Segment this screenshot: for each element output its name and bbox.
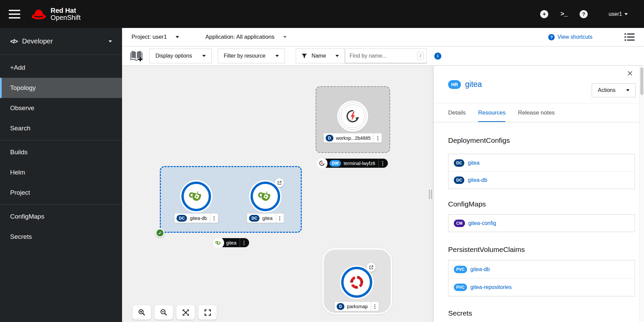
pvc-badge: PVC (454, 266, 467, 273)
actions-label: Actions (598, 87, 615, 93)
perspective-label: Developer (22, 37, 104, 45)
terminal-app-label[interactable]: DW terminal-lwyfz6 (317, 159, 388, 168)
resource-list-item[interactable]: DC gitea-db (448, 171, 635, 189)
resource-list-item[interactable]: CM gitea-config (448, 215, 635, 232)
resource-link[interactable]: gitea-db (470, 266, 490, 272)
open-url-decorator[interactable] (367, 263, 376, 272)
workspace-node-label[interactable]: D worksp...2b4885 (323, 133, 382, 143)
nav-toggle-button[interactable] (9, 10, 20, 19)
sidebar: </> Developer +Add Topology Observe Sear… (0, 28, 122, 322)
kebab-menu-icon[interactable] (240, 238, 248, 247)
openshift-logo-icon (349, 274, 365, 290)
actions-dropdown[interactable]: Actions (592, 83, 636, 97)
tab-details[interactable]: Details (448, 103, 466, 122)
fullscreen-button[interactable] (198, 305, 217, 320)
user-name: user1 (609, 11, 622, 17)
gitea-icon (188, 189, 204, 204)
find-by-name-wrapper: / (345, 49, 427, 63)
kebab-menu-icon[interactable] (275, 214, 284, 223)
chevron-down-icon (109, 40, 112, 42)
sidebar-item-configmaps[interactable]: ConfigMaps (0, 206, 122, 227)
topology-canvas[interactable]: D worksp...2b4885 DW terminal-lwyfz6 (122, 66, 433, 322)
sidebar-item-helm[interactable]: Helm (0, 162, 122, 183)
zoom-in-button[interactable] (133, 305, 151, 320)
project-dropdown[interactable]: Project: user1 (131, 34, 179, 40)
panel-title[interactable]: gitea (465, 80, 482, 89)
resource-link[interactable]: gitea-repositories (470, 284, 512, 290)
gitea-db-node-label[interactable]: DC gitea-db (174, 213, 218, 223)
quick-search-button[interactable] (130, 51, 143, 61)
resource-list-item[interactable]: PVC gitea-db (448, 260, 635, 278)
topology-controls (133, 305, 217, 320)
dc-badge: DC (454, 159, 464, 167)
fit-to-screen-button[interactable] (176, 305, 195, 320)
section-heading-pvcs: PersistentVolumeClaims (448, 246, 525, 254)
resource-kind-badge: D (326, 135, 333, 141)
chevron-down-icon (624, 13, 628, 15)
kebab-menu-icon[interactable] (374, 133, 382, 142)
filter-by-resource-dropdown[interactable]: Filter by resource (218, 49, 285, 63)
open-url-decorator[interactable] (275, 178, 284, 187)
sidebar-item-observe[interactable]: Observe (0, 98, 122, 118)
kebab-menu-icon[interactable] (379, 159, 387, 168)
resource-link[interactable]: gitea-config (468, 220, 496, 226)
parksmap-node[interactable] (341, 267, 372, 298)
check-circle-icon: ✓ (156, 229, 164, 236)
gitea-node-label[interactable]: DC gitea (247, 213, 284, 223)
project-dropdown-label: Project: user1 (131, 34, 167, 40)
tab-resources[interactable]: Resources (478, 103, 505, 122)
success-status-decorator[interactable]: ✓ (155, 228, 165, 237)
user-menu[interactable]: user1 (609, 11, 628, 17)
section-heading-secrets: Secrets (448, 309, 472, 317)
info-icon[interactable]: i (434, 53, 441, 60)
help-button[interactable]: ? (580, 10, 588, 18)
display-options-dropdown[interactable]: Display options (149, 49, 212, 63)
display-options-label: Display options (155, 53, 192, 59)
panel-resize-handle[interactable] (429, 190, 432, 199)
sidebar-divider (0, 140, 122, 140)
sidebar-item-secrets[interactable]: Secrets (0, 227, 122, 247)
resource-link[interactable]: gitea-db (468, 177, 487, 183)
filter-funnel-icon (302, 54, 307, 58)
tabs-divider (434, 122, 644, 122)
sidebar-item-builds[interactable]: Builds (0, 142, 122, 162)
chevron-down-icon (176, 36, 179, 38)
sidebar-item-project[interactable]: Project (0, 183, 122, 203)
gitea-node[interactable] (251, 182, 280, 211)
gitea-icon (258, 189, 273, 204)
gitea-application-label[interactable]: gitea (214, 238, 249, 247)
expand-arrows-icon (182, 309, 189, 316)
application-dropdown[interactable]: Application: All applications (205, 34, 287, 40)
web-terminal-button[interactable]: >_ (560, 10, 567, 18)
question-circle-icon: ? (548, 34, 555, 40)
kebab-menu-icon[interactable] (210, 214, 218, 223)
name-filter-dropdown[interactable]: Name (296, 49, 345, 63)
view-shortcuts-link[interactable]: ? View shortcuts (548, 34, 592, 40)
tab-release-notes[interactable]: Release notes (518, 103, 555, 122)
name-filter-label: Name (312, 53, 326, 59)
list-view-toggle-button[interactable] (624, 33, 635, 41)
panel-tabs: Details Resources Release notes (448, 103, 555, 122)
kebab-menu-icon[interactable] (371, 302, 379, 311)
gitea-db-node[interactable] (181, 182, 211, 211)
sidebar-item-add[interactable]: +Add (0, 58, 122, 78)
perspective-switcher[interactable]: </> Developer (0, 28, 122, 55)
panel-scrollbar[interactable] (639, 66, 644, 322)
resource-list-item[interactable]: PVC gitea-repositories (448, 278, 635, 296)
scrollbar-thumb[interactable] (640, 67, 643, 95)
resource-list-item[interactable]: DC gitea (448, 154, 635, 171)
close-panel-button[interactable]: ✕ (627, 70, 633, 77)
find-by-name-input[interactable] (345, 49, 427, 63)
configmaps-list: CM gitea-config (448, 214, 635, 232)
chevron-down-icon (335, 55, 339, 57)
workspace-node[interactable] (337, 101, 368, 132)
pvc-badge: PVC (454, 284, 467, 291)
quick-create-button[interactable]: + (540, 10, 548, 18)
external-link-icon (277, 181, 282, 185)
parksmap-node-label[interactable]: D parksmap (334, 301, 379, 311)
devworkspace-mini-icon (317, 158, 327, 168)
zoom-out-button[interactable] (154, 305, 173, 320)
sidebar-item-topology[interactable]: Topology (0, 78, 122, 98)
resource-link[interactable]: gitea (468, 160, 479, 166)
sidebar-item-search[interactable]: Search (0, 118, 122, 138)
